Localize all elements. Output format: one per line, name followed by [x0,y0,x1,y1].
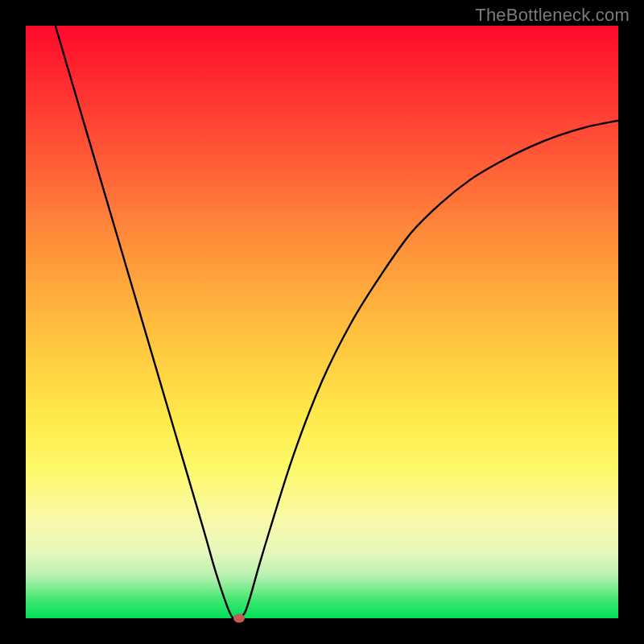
optimum-marker [233,614,245,623]
bottleneck-curve [26,26,618,618]
watermark-text: TheBottleneck.com [475,5,630,26]
chart-frame: TheBottleneck.com [0,0,644,644]
curve-path [56,26,618,618]
plot-area [26,26,618,618]
